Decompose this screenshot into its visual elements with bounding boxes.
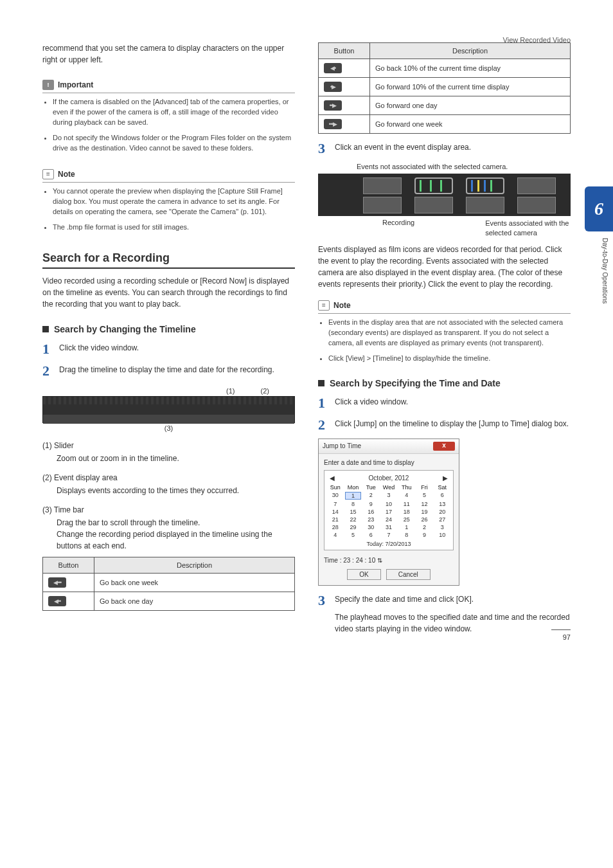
calendar-day[interactable]: 25: [398, 516, 415, 523]
subheading-datetime: Search by Specifying the Time and Date: [318, 378, 571, 388]
calendar-day[interactable]: 29: [345, 524, 362, 530]
caption-recording: Recording: [382, 219, 414, 237]
calendar-day-header: Sat: [434, 484, 450, 491]
calendar-day[interactable]: 8: [398, 532, 415, 538]
calendar-day[interactable]: 13: [434, 501, 450, 507]
calendar-today[interactable]: Today: 7/20/2013: [327, 541, 450, 547]
time-spinner-icon[interactable]: ⇅: [377, 557, 382, 564]
intro-text: recommend that you set the camera to dis…: [42, 42, 295, 66]
calendar-day[interactable]: 3: [434, 524, 450, 530]
step-number: 3: [318, 593, 328, 608]
calendar-day[interactable]: 10: [380, 501, 397, 507]
calendar-day[interactable]: 5: [345, 532, 362, 538]
calendar-day[interactable]: 8: [345, 501, 362, 507]
important-item: If the camera is disabled on the [Advanc…: [53, 97, 295, 128]
calendar-day[interactable]: 28: [327, 524, 344, 530]
calendar-day[interactable]: 11: [398, 501, 415, 507]
go-back-day-icon[interactable]: ◀••: [48, 596, 66, 606]
button-table-right: Button Description ◀•Go back 10% of the …: [318, 42, 571, 134]
table-row: ◀••• Go back one week: [43, 574, 295, 592]
def-body: Displays events according to the times t…: [42, 485, 295, 496]
calendar-day[interactable]: 2: [416, 524, 433, 530]
note-list: You cannot operate the preview when disp…: [42, 186, 295, 233]
jump-to-time-dialog: Jump to Time x Enter a date and time to …: [318, 439, 459, 586]
dialog-close-button[interactable]: x: [433, 442, 455, 451]
step-text: Drag the timeline to display the time an…: [59, 364, 295, 375]
table-cell-desc: Go back 10% of the current time display: [370, 59, 571, 78]
calendar-day[interactable]: 3: [380, 492, 397, 500]
go-back-10pct-icon[interactable]: ◀•: [324, 63, 342, 73]
calendar-day[interactable]: 27: [434, 516, 450, 523]
note-icon: ≡: [318, 300, 330, 311]
table-cell-desc: Go back one day: [94, 592, 295, 611]
go-forward-day-icon[interactable]: ••▶: [324, 100, 342, 111]
calendar-day[interactable]: 26: [416, 516, 433, 523]
calendar-day[interactable]: 22: [345, 516, 362, 523]
annotation-3: (3): [42, 424, 295, 432]
calendar-day[interactable]: 23: [362, 516, 379, 523]
go-forward-week-icon[interactable]: •••▶: [324, 119, 342, 129]
calendar-day[interactable]: 31: [380, 524, 397, 530]
step-number: 2: [42, 364, 53, 378]
calendar-day[interactable]: 7: [380, 532, 397, 538]
step-text: Click an event in the event display area…: [335, 141, 571, 153]
table-cell-desc: Go forward one week: [370, 115, 571, 134]
event-body-text: Events displayed as film icons are video…: [318, 244, 571, 290]
calendar-day[interactable]: 14: [327, 509, 344, 515]
calendar-day[interactable]: 6: [434, 492, 450, 500]
calendar-day[interactable]: 10: [434, 532, 450, 538]
calendar-day[interactable]: 6: [362, 532, 379, 538]
note-list-right: Events in the display area that are not …: [318, 318, 571, 364]
calendar-day[interactable]: 16: [362, 509, 379, 515]
table-cell-desc: Go back one week: [94, 574, 295, 592]
calendar-day[interactable]: 30: [327, 492, 344, 500]
calendar-day[interactable]: 19: [416, 509, 433, 515]
calendar-day[interactable]: 20: [434, 509, 450, 515]
calendar-day[interactable]: 12: [416, 501, 433, 507]
calendar-day[interactable]: 30: [362, 524, 379, 530]
calendar-day[interactable]: 9: [362, 501, 379, 507]
calendar-day[interactable]: 24: [380, 516, 397, 523]
calendar-day[interactable]: 9: [416, 532, 433, 538]
definition-1: (1) Slider Zoom out or zoom in in the ti…: [42, 440, 295, 464]
important-item: Do not specify the Windows folder or the…: [53, 133, 295, 154]
definition-2: (2) Event display area Displays events a…: [42, 472, 295, 496]
calendar-day[interactable]: 4: [327, 532, 344, 538]
go-forward-10pct-icon[interactable]: •▶: [324, 82, 342, 92]
table-row: •▶Go forward 10% of the current time dis…: [319, 78, 571, 96]
calendar-day[interactable]: 4: [398, 492, 415, 500]
step-number: 2: [318, 418, 328, 432]
calendar-grid[interactable]: SunMonTueWedThuFriSat3012345678910111213…: [327, 484, 450, 538]
important-label: Important: [58, 80, 93, 89]
calendar-day-header: Tue: [362, 484, 379, 491]
calendar-day[interactable]: 17: [380, 509, 397, 515]
calendar-day[interactable]: 2: [362, 492, 379, 500]
event-display-figure: Events not associated with the selected …: [318, 162, 571, 237]
calendar-day[interactable]: 7: [327, 501, 344, 507]
def-body: Drag the bar to scroll through the timel…: [42, 517, 295, 552]
calendar-prev-button[interactable]: ◀: [330, 475, 335, 482]
note-heading-right: ≡ Note: [318, 300, 571, 311]
time-value[interactable]: 23 : 24 : 10: [343, 557, 375, 564]
calendar-next-button[interactable]: ▶: [443, 475, 448, 482]
note-label: Note: [333, 301, 351, 310]
calendar-day[interactable]: 21: [327, 516, 344, 523]
step-text: Click a video window.: [335, 396, 571, 408]
subheading-timeline-label: Search by Changing the Timeline: [54, 324, 196, 334]
subheading-datetime-label: Search by Specifying the Time and Date: [330, 378, 501, 388]
section-heading-search: Search for a Recording: [42, 251, 295, 269]
calendar-day[interactable]: 1: [345, 492, 362, 500]
note-item: Events in the display area that are not …: [328, 318, 571, 348]
ok-button[interactable]: OK: [347, 569, 380, 580]
calendar-day[interactable]: 1: [398, 524, 415, 530]
calendar-day[interactable]: 18: [398, 509, 415, 515]
go-back-week-icon[interactable]: ◀•••: [48, 577, 66, 588]
calendar-day[interactable]: 15: [345, 509, 362, 515]
table-head-button: Button: [43, 557, 94, 574]
note-item: Click [View] > [Timeline] to display/hid…: [328, 354, 571, 364]
cancel-button[interactable]: Cancel: [386, 569, 431, 580]
table-row: ◀•Go back 10% of the current time displa…: [319, 59, 571, 78]
calendar-day[interactable]: 5: [416, 492, 433, 500]
calendar-day-header: Fri: [416, 484, 433, 491]
table-head-button: Button: [319, 43, 370, 59]
